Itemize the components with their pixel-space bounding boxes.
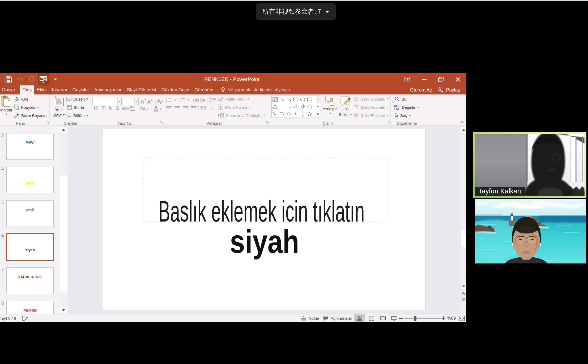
- redo-button[interactable]: [26, 73, 38, 85]
- yazi-tipi-dialog-launcher[interactable]: [160, 121, 163, 124]
- columns-button[interactable]: [200, 106, 207, 111]
- non-video-participants-dropdown[interactable]: 所有非视频参会者: 7: [256, 3, 336, 20]
- font-color-button[interactable]: A: [154, 105, 163, 112]
- notes-toggle[interactable]: Notlar: [301, 314, 319, 322]
- shape-star[interactable]: [306, 110, 313, 117]
- comments-toggle[interactable]: Açıklamalar: [323, 314, 352, 322]
- tab-ekle[interactable]: Ekle: [34, 85, 48, 94]
- tab-slayt-gosterisi[interactable]: Slayt Gösterisi: [124, 85, 159, 94]
- text-direction-button[interactable]: A Metin Yönü: [218, 96, 249, 102]
- slide-thumbnail-5[interactable]: yeşil: [6, 200, 54, 227]
- paragraf-dialog-launcher[interactable]: [266, 121, 269, 124]
- zoom-slider-thumb[interactable]: [414, 316, 416, 321]
- character-spacing-button[interactable]: AV: [129, 105, 137, 112]
- collapse-ribbon-button[interactable]: [460, 120, 464, 124]
- view-slide-sorter-button[interactable]: [366, 314, 377, 322]
- shrink-font-button[interactable]: A: [147, 98, 153, 105]
- section-button[interactable]: Bölüm: [66, 113, 88, 118]
- tab-gozden-gecir[interactable]: Gözden Geçir: [159, 85, 192, 94]
- notes-edit-icon[interactable]: [22, 316, 28, 321]
- bullets-button[interactable]: [166, 98, 172, 102]
- panel-scrollbar-thumb[interactable]: [60, 175, 67, 292]
- select-button[interactable]: Seç: [395, 113, 411, 118]
- arrange-button[interactable]: Yerleştir: [322, 96, 337, 114]
- minimize-button[interactable]: [418, 73, 430, 85]
- strikethrough-button[interactable]: abe: [122, 106, 129, 111]
- view-slideshow-button[interactable]: [388, 314, 399, 322]
- paste-button[interactable]: Yapıştır: [0, 96, 13, 115]
- shape-outline-button[interactable]: Şekil Anahattı: [353, 105, 389, 110]
- view-normal-button[interactable]: [354, 314, 365, 322]
- shapes-scroll-up-button[interactable]: [316, 96, 320, 103]
- italic-button[interactable]: T: [101, 105, 105, 111]
- decrease-indent-button[interactable]: [193, 98, 199, 102]
- align-center-button[interactable]: [174, 106, 180, 111]
- restore-button[interactable]: [435, 73, 447, 85]
- previous-slide-button[interactable]: [461, 291, 466, 297]
- shape-line[interactable]: [279, 96, 286, 103]
- shape-right-brace[interactable]: [299, 110, 306, 117]
- convert-smartart-button[interactable]: SmartArt'a Dönüştür: [218, 113, 265, 118]
- font-name-combo[interactable]: [92, 98, 122, 105]
- tell-me-box[interactable]: Ne yapmak istediğinizi söyleyin...: [216, 85, 293, 94]
- shapes-scroll-down-button[interactable]: [316, 103, 320, 111]
- grow-font-button[interactable]: A: [140, 98, 146, 105]
- shape-down-arrow[interactable]: [299, 103, 306, 110]
- undo-button[interactable]: [14, 73, 26, 85]
- shapes-gallery-more-button[interactable]: [316, 111, 320, 118]
- shape-right-arrow[interactable]: [292, 103, 299, 110]
- increase-indent-button[interactable]: [199, 98, 206, 102]
- save-button[interactable]: [3, 73, 14, 85]
- zoom-slider-track[interactable]: [404, 318, 440, 319]
- clear-formatting-button[interactable]: A: [157, 98, 163, 105]
- numbering-dropdown-icon[interactable]: [187, 99, 189, 101]
- line-spacing-button[interactable]: [209, 98, 216, 102]
- format-painter-button[interactable]: Biçim Boyacısı: [14, 113, 47, 118]
- change-case-button[interactable]: Aa: [140, 106, 149, 111]
- editor-scroll-up-button[interactable]: [461, 127, 466, 133]
- fit-to-window-button[interactable]: [459, 316, 465, 321]
- view-reading-button[interactable]: [377, 314, 388, 322]
- pano-dialog-launcher[interactable]: [46, 121, 49, 124]
- tab-tasarim[interactable]: Tasarım: [48, 85, 70, 94]
- new-slide-button[interactable]: Yeni Slayt: [52, 96, 66, 118]
- shape-effects-button[interactable]: Şekil Efektleri: [353, 113, 389, 118]
- layout-button[interactable]: Düzen: [66, 96, 88, 102]
- panel-scroll-down-button[interactable]: [60, 307, 67, 313]
- shape-freeform[interactable]: [306, 103, 313, 110]
- tab-giris[interactable]: Giriş: [20, 85, 34, 94]
- shape-elbow-arrow-connector[interactable]: [286, 103, 292, 110]
- ribbon-display-options-button[interactable]: [401, 73, 413, 85]
- close-button[interactable]: [452, 73, 464, 85]
- shape-oval[interactable]: [299, 96, 306, 103]
- align-left-button[interactable]: [166, 106, 172, 111]
- shape-triangle[interactable]: [272, 103, 279, 110]
- underline-button[interactable]: A: [108, 105, 112, 111]
- slide-thumbnail-8[interactable]: PEMBE: [6, 301, 54, 314]
- cut-button[interactable]: Kes: [14, 96, 28, 102]
- replace-button[interactable]: ab ac Değiştir: [394, 105, 419, 110]
- shape-left-brace[interactable]: [292, 110, 299, 117]
- slide-canvas[interactable]: Başlık eklemek için tıklatın siyah: [103, 129, 426, 310]
- shape-arrow[interactable]: [286, 96, 292, 103]
- tab-gecisler[interactable]: Geçişler: [70, 85, 92, 94]
- align-right-button[interactable]: [182, 106, 189, 111]
- tab-dosya[interactable]: Dosya: [0, 85, 20, 94]
- slide-thumbnail-3[interactable]: MAVİ: [6, 133, 54, 160]
- editor-scroll-down-button[interactable]: [461, 283, 466, 289]
- text-shadow-button[interactable]: S: [116, 105, 119, 111]
- justify-button[interactable]: [191, 106, 197, 111]
- shape-scribble[interactable]: [272, 110, 279, 117]
- share-button[interactable]: Paylaş: [434, 85, 464, 94]
- reset-button[interactable]: Sıfırla: [66, 105, 84, 110]
- tab-gorunum[interactable]: Görünüm: [192, 85, 216, 94]
- next-slide-button[interactable]: [461, 297, 466, 302]
- title-placeholder[interactable]: Başlık eklemek için tıklatın: [143, 158, 387, 222]
- start-slideshow-button[interactable]: [38, 73, 49, 85]
- shape-elbow-connector[interactable]: [279, 103, 286, 110]
- numbering-button[interactable]: 123: [179, 98, 185, 102]
- zoom-in-button[interactable]: [441, 316, 445, 320]
- font-size-combo[interactable]: [123, 98, 139, 105]
- columns-dropdown-icon[interactable]: [210, 108, 212, 109]
- zoom-out-button[interactable]: [399, 317, 403, 320]
